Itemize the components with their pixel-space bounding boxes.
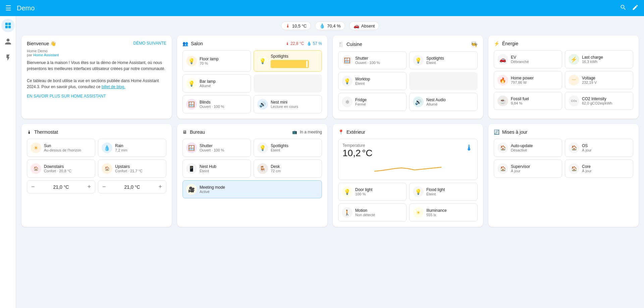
list-item[interactable]: 💡 Spotlights Éteint [254, 139, 322, 157]
ext-thermometer-icon: 🌡 [465, 143, 473, 152]
demo-next-button[interactable]: DÉMO SUIVANTE [133, 41, 166, 46]
list-item[interactable]: 🔊 Nest Audio Allumé [409, 93, 478, 111]
sidebar [0, 16, 16, 238]
device-state: Confort · 21,7 °C [115, 169, 163, 173]
list-item[interactable]: ☀ Illuminance 555 lx [409, 203, 478, 222]
list-item[interactable]: 〰 Voltage 232,19 V [565, 71, 633, 89]
device-name: Home power [511, 76, 558, 80]
humidity-chip: 💧 70,4 % [315, 21, 345, 30]
home-power-icon: 🔥 [497, 75, 508, 85]
device-state: Désactivé [511, 148, 558, 152]
ext-temp-label: Temperature [342, 143, 373, 148]
device-name: Shutter [200, 143, 247, 148]
nest-mini-icon: 🔊 [257, 99, 268, 110]
presence-chip: 🚗 Absent [349, 21, 379, 30]
salon-humidity: 💧 57 % [307, 41, 322, 46]
list-item[interactable]: 🏠 Supervisor À jour [494, 160, 562, 178]
mises-a-jour-section: 🔄 Mises à jour 🏠 Auto-update Désactivé 🏠… [488, 124, 639, 227]
device-state: Éteint [426, 192, 474, 196]
list-item[interactable]: 🏠 Downstairs Confort · 20,8 °C [27, 160, 95, 178]
last-charge-icon: ⚡ [569, 54, 579, 65]
device-state: Allumé [426, 102, 474, 106]
humidity-icon: 💧 [319, 23, 325, 28]
bienvenue-text2: Ce tableau de bord utilise la vue en sec… [27, 78, 166, 90]
device-state: Éteint [271, 148, 318, 152]
list-item[interactable]: 🔥 Home power 797,86 W [494, 71, 562, 89]
increase-downstairs-btn[interactable]: + [87, 183, 91, 190]
voltage-icon: 〰 [569, 75, 579, 85]
upstairs-icon: 🏠 [102, 163, 112, 174]
device-name: Fossil fuel [511, 97, 558, 101]
device-state: Éteint [426, 61, 474, 65]
device-name: EV [511, 55, 558, 60]
bureau-spotlights-icon: 💡 [257, 142, 268, 153]
motion-icon: 🚶 [342, 207, 353, 218]
list-item[interactable]: 🪑 Desk 72 cm [254, 160, 322, 178]
bureau-badge: In a meeting [300, 130, 322, 134]
list-item[interactable]: 📱 Nest Hub Éteint [182, 160, 251, 178]
list-item[interactable]: 🏠 OS À jour [565, 139, 633, 157]
list-item[interactable]: 💡 Worktop Éteint [338, 72, 407, 90]
list-item[interactable]: 🏠 Upstairs Confort · 21,7 °C [98, 160, 166, 178]
sidebar-item-energy[interactable] [1, 51, 15, 64]
list-item[interactable]: 🪟 Shutter Ouvert · 100 % [338, 51, 407, 69]
device-state: À jour [582, 169, 630, 173]
update-icon: 🔄 [494, 129, 499, 135]
list-item[interactable]: 💡 Flood light Éteint [409, 183, 478, 201]
exterior-temp-display: Temperature 10,2 °C 🌡 [338, 139, 478, 180]
list-item[interactable]: 💡 Spotlights [254, 50, 322, 72]
list-item[interactable]: 💡 Spotlights Éteint [409, 51, 478, 69]
meeting-mode-card[interactable]: 🎥 Meeting mode Activé [182, 180, 322, 198]
blog-link[interactable]: billet de blog. [102, 84, 125, 89]
menu-icon[interactable]: ☰ [5, 4, 11, 12]
edit-icon[interactable] [632, 4, 639, 12]
core-icon: 🏠 [569, 163, 579, 174]
list-item[interactable]: 🚗 EV Débranché [494, 50, 562, 68]
device-name: Last charge [582, 55, 630, 60]
list-item[interactable]: 🪟 Blinds Ouvert · 100 % [182, 95, 251, 113]
humidity-value: 70,4 % [327, 23, 340, 28]
ha-link[interactable]: Home Assistant [33, 53, 59, 57]
list-item[interactable]: ❄ Fridge Fermé [338, 93, 407, 111]
ext-temp-unit: °C [362, 148, 372, 158]
device-name: Spotlights [271, 143, 318, 148]
list-item[interactable]: 💡 Floor lamp 70 % [182, 50, 251, 72]
meeting-mode-icon: 🎥 [186, 184, 197, 195]
ev-icon: 🚗 [497, 54, 508, 65]
device-name: Auto-update [511, 143, 558, 148]
decrease-upstairs-btn[interactable]: − [102, 183, 106, 190]
device-state: 100 % [355, 192, 403, 196]
fridge-icon: ❄ [342, 97, 353, 107]
list-item[interactable]: 🚶 Motion Non détecté [338, 203, 407, 222]
floor-lamp-icon: 💡 [186, 56, 197, 66]
list-item[interactable]: 🏠 Auto-update Désactivé [494, 139, 562, 157]
device-state: Ouvert · 100 % [200, 148, 247, 152]
sidebar-item-profile[interactable] [1, 35, 15, 48]
list-item[interactable]: ⚡ Last charge 16,3 kWh [565, 50, 633, 68]
list-item[interactable]: 🔊 Nest mini Lecture en cours [254, 95, 322, 113]
bureau-devices: 🪟 Shutter Ouvert · 100 % 💡 Spotlights Ét… [182, 139, 322, 198]
list-item[interactable]: 🏠 Core À jour [565, 160, 633, 178]
search-icon[interactable] [620, 4, 627, 12]
list-item[interactable]: 💡 Bar lamp Allumé [182, 74, 251, 93]
list-item[interactable]: 💧 Rain 7,2 mm [98, 139, 166, 157]
device-state: Fermé [355, 102, 403, 106]
door-light-icon: 💡 [342, 186, 353, 197]
decrease-downstairs-btn[interactable]: − [31, 183, 35, 190]
learn-more-button[interactable]: EN SAVOIR PLUS SUR HOME ASSISTANT [27, 94, 166, 99]
list-item[interactable]: 🪟 Shutter Ouvert · 100 % [182, 139, 251, 157]
list-item[interactable]: ☀ Sun Au-dessus de l'horizon [27, 139, 95, 157]
energie-icon: ⚡ [494, 41, 499, 46]
salon-title: Salon [191, 41, 203, 46]
device-name: Rain [115, 143, 163, 148]
sidebar-item-dashboard[interactable] [1, 19, 15, 32]
device-name: Desk [271, 164, 318, 169]
shutter-icon: 🪟 [342, 55, 353, 66]
list-item[interactable]: CO₂ CO2 Intensity 62,0 gCO2eq/kWh [565, 92, 633, 110]
device-name: Upstairs [115, 164, 163, 169]
status-bar: 🌡 10,5 °C 💧 70,4 % 🚗 Absent [21, 21, 639, 30]
list-item[interactable]: ☕ Fossil fuel 9,84 % [494, 92, 562, 110]
brightness-slider[interactable] [271, 60, 309, 68]
increase-upstairs-btn[interactable]: + [158, 183, 162, 190]
list-item[interactable]: 💡 Door light 100 % [338, 183, 407, 201]
